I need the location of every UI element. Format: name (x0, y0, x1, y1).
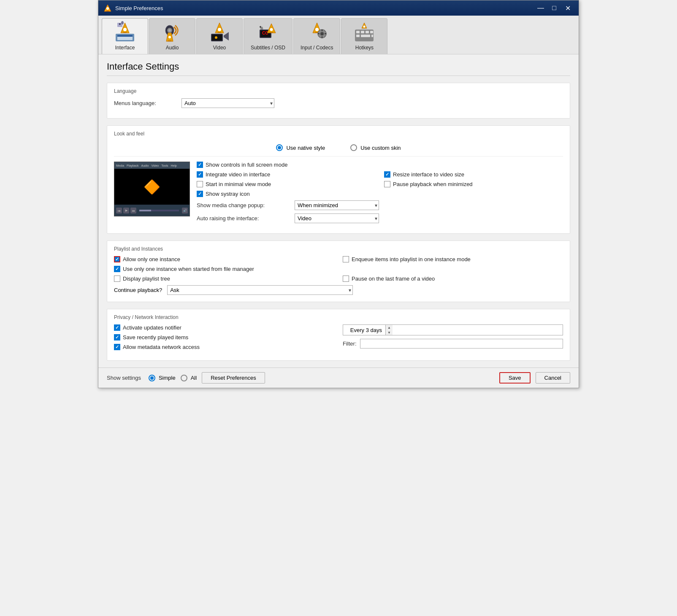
enqueue-items-checkbox[interactable] (343, 256, 349, 262)
auto-raising-select[interactable]: Video (295, 213, 379, 223)
preview-prev-btn: ⏮ (116, 208, 122, 213)
pause-last-frame-checkbox[interactable] (343, 276, 349, 282)
simple-radio-label: Simple (159, 375, 176, 381)
look-feel-label: Look and feel (114, 131, 563, 137)
svg-point-24 (215, 36, 217, 39)
svg-point-16 (168, 36, 171, 38)
pause-minimized-checkbox[interactable] (384, 181, 390, 187)
all-radio-label: All (191, 375, 197, 381)
svg-rect-43 (356, 31, 360, 33)
close-button[interactable]: ✕ (562, 3, 574, 13)
enqueue-items-label: Enqueue items into playlist in one insta… (352, 256, 471, 262)
maximize-button[interactable]: □ (548, 3, 560, 13)
title-bar: Simple Preferences — □ ✕ (98, 0, 579, 16)
minimize-button[interactable]: — (535, 3, 547, 13)
preview-vol-btn: 🔊 (182, 208, 188, 213)
show-controls-checkbox[interactable] (197, 162, 203, 168)
use-one-file-mgr-label: Use only one instance when started from … (123, 266, 254, 272)
spinner-up-button[interactable]: ▲ (386, 325, 393, 330)
tab-subtitles[interactable]: CC Subtitles / OSD (244, 18, 292, 54)
spinner-controls: ▲ ▼ (385, 325, 393, 335)
spinner-down-button[interactable]: ▼ (386, 330, 393, 335)
start-minimal-checkbox[interactable] (197, 181, 203, 187)
custom-skin-radio[interactable]: Use custom skin (350, 144, 401, 151)
vlc-preview: Media Playback Audio Video Tools Help 🔶 … (114, 162, 190, 216)
continue-playback-select-wrapper[interactable]: Ask (167, 285, 353, 295)
preview-progress-fill (139, 210, 151, 211)
continue-playback-select[interactable]: Ask (167, 285, 353, 295)
update-interval-spinner[interactable]: Every 3 days ▲ ▼ (343, 324, 563, 335)
start-minimal-label: Start in minimal view mode (206, 181, 271, 187)
continue-playback-label: Continue playback? (114, 287, 162, 293)
preview-controls: ⏮ ▶ ⏭ 🔊 (114, 205, 190, 216)
preview-menu-video: Video (151, 164, 159, 167)
svg-rect-5 (117, 35, 133, 37)
privacy-section-label: Privacy / Network Interaction (114, 314, 563, 320)
tab-input[interactable]: Input / Codecs (293, 18, 340, 54)
preview-vlc-cone: 🔶 (144, 179, 160, 195)
continue-playback-row: Continue playback? Ask (114, 285, 563, 295)
activate-updates-checkbox[interactable] (114, 324, 120, 331)
svg-rect-17 (168, 41, 171, 41)
look-feel-checkboxes: Show controls in full screen mode Integr… (197, 162, 563, 227)
input-tab-icon (306, 21, 328, 43)
hotkeys-tab-icon (353, 21, 375, 43)
native-style-radio-circle (276, 144, 283, 151)
native-style-label: Use native style (286, 145, 325, 151)
reset-preferences-button[interactable]: Reset Preferences (202, 372, 265, 384)
svg-point-34 (315, 28, 319, 31)
menus-language-select[interactable]: Auto (181, 98, 274, 108)
integrate-video-checkbox[interactable] (197, 171, 203, 178)
display-playlist-tree-checkbox[interactable] (114, 276, 120, 282)
svg-rect-2 (106, 11, 109, 11)
tab-hotkeys-label: Hotkeys (355, 45, 374, 51)
show-settings-label: Show settings (107, 375, 141, 381)
tab-hotkeys[interactable]: Hotkeys (341, 18, 387, 54)
svg-rect-20 (218, 32, 221, 33)
all-radio[interactable]: All (181, 375, 197, 381)
svg-rect-45 (366, 31, 369, 33)
svg-point-37 (320, 32, 324, 35)
tab-interface[interactable]: Interface (102, 18, 148, 54)
preview-menubar: Media Playback Audio Video Tools Help (114, 162, 190, 169)
allow-metadata-checkbox[interactable] (114, 344, 120, 350)
window-controls: — □ ✕ (535, 3, 574, 13)
save-recent-checkbox[interactable] (114, 334, 120, 340)
activate-updates-row: Activate updates notifier (114, 324, 334, 331)
media-popup-select-wrapper[interactable]: When minimized (295, 200, 379, 210)
filter-label: Filter: (343, 340, 357, 347)
allow-metadata-label: Allow metadata network access (123, 344, 200, 350)
svg-rect-30 (270, 32, 273, 33)
pause-minimized-label: Pause playback when minimized (393, 181, 473, 187)
show-controls-row: Show controls in full screen mode (197, 162, 563, 168)
use-one-file-mgr-checkbox[interactable] (114, 266, 120, 272)
content-area: Interface Settings Language Menus langua… (98, 54, 579, 367)
preview-menu-media: Media (116, 164, 124, 167)
preview-play-btn: ▶ (123, 208, 129, 213)
resize-interface-checkbox[interactable] (384, 171, 390, 178)
show-systray-label: Show systray icon (206, 191, 250, 197)
cancel-button[interactable]: Cancel (536, 372, 570, 384)
simple-radio[interactable]: Simple (149, 375, 176, 381)
menus-language-label: Menus language: (114, 100, 181, 106)
auto-raising-select-wrapper[interactable]: Video (295, 213, 379, 223)
tab-video[interactable]: Video (196, 18, 243, 54)
privacy-right: Every 3 days ▲ ▼ Filter: (343, 324, 563, 354)
save-button[interactable]: Save (499, 372, 531, 384)
show-systray-checkbox[interactable] (197, 191, 203, 197)
native-style-radio[interactable]: Use native style (276, 144, 325, 151)
tab-audio[interactable]: Audio (149, 18, 195, 54)
resize-interface-row: Resize interface to video size (384, 171, 563, 178)
allow-one-instance-checkbox[interactable] (114, 256, 120, 262)
svg-rect-44 (361, 31, 364, 33)
tab-input-label: Input / Codecs (301, 45, 333, 51)
playlist-instances-section: Playlist and Instances Allow only one in… (107, 240, 570, 302)
svg-point-7 (123, 28, 127, 31)
media-popup-select[interactable]: When minimized (295, 200, 379, 210)
allow-one-instance-row: Allow only one instance (114, 256, 334, 262)
filter-input[interactable] (360, 339, 563, 349)
menus-language-select-wrapper[interactable]: Auto (181, 98, 274, 108)
show-systray-row: Show systray icon (197, 191, 563, 197)
svg-point-14 (168, 29, 171, 32)
look-feel-section: Look and feel Use native style Use custo… (107, 125, 570, 234)
